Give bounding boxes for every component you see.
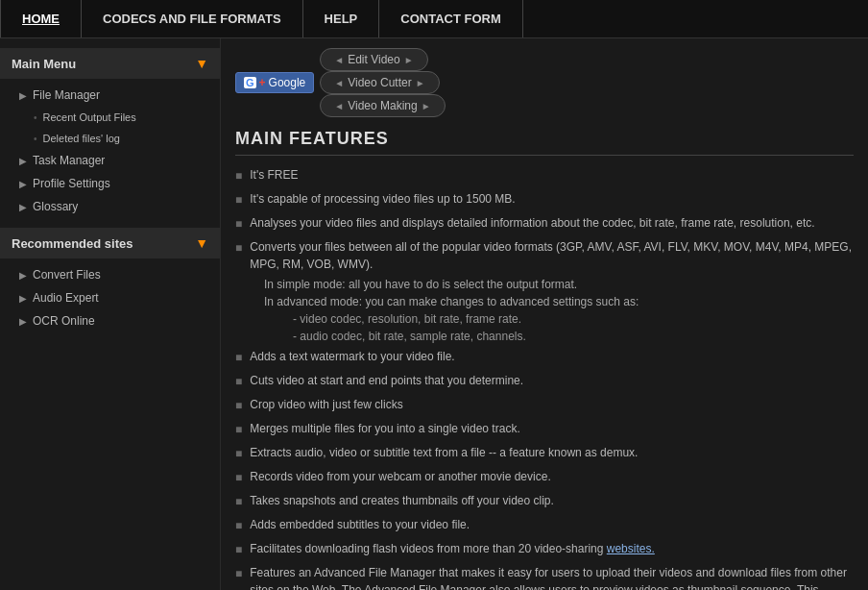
sidebar-divider bbox=[0, 218, 220, 228]
feature-bullet-icon: ■ bbox=[235, 493, 242, 510]
feature-text: It's FREE bbox=[250, 166, 298, 184]
feature-text: Analyses your video files and displays d… bbox=[250, 214, 814, 232]
features-list: ■It's FREE■It's capable of processing vi… bbox=[235, 163, 854, 590]
feature-bullet-icon: ■ bbox=[235, 397, 242, 414]
tab-edit-video[interactable]: ◄Edit Video► bbox=[320, 48, 427, 71]
recommended-item-label: Audio Expert bbox=[33, 291, 99, 305]
sidebar: Main Menu ▼ ▶File Manager•Recent Output … bbox=[0, 38, 221, 590]
tab-arrow-right-icon: ► bbox=[416, 78, 425, 88]
bullet-icon: ▶ bbox=[19, 156, 27, 166]
feature-bullet-icon: ■ bbox=[235, 167, 242, 184]
nav-item-codecs-and-file-formats[interactable]: CODECS AND FILE FORMATS bbox=[82, 0, 303, 37]
google-button[interactable]: G + Google bbox=[235, 72, 314, 93]
nav-item-contact-form[interactable]: CONTACT FORM bbox=[379, 0, 522, 37]
sidebar-item-glossary[interactable]: ▶Glossary bbox=[0, 195, 220, 218]
feature-indent-1-5: In advanced mode: you can make changes t… bbox=[235, 293, 854, 310]
feature-text: Converts your files between all of the p… bbox=[250, 238, 854, 273]
feature-text: It's capable of processing video files u… bbox=[250, 190, 515, 208]
recommended-arrow-icon: ▼ bbox=[195, 235, 208, 251]
feature-item-9: ■Cuts video at start and end points that… bbox=[235, 369, 854, 393]
recommended-sites-header[interactable]: Recommended sites ▼ bbox=[0, 228, 220, 258]
feature-text: Adds a text watermark to your video file… bbox=[250, 348, 454, 365]
bullet-icon: ▶ bbox=[19, 293, 27, 304]
feature-text: Merges multiple files for you into a sin… bbox=[250, 420, 519, 437]
sidebar-item-file-manager[interactable]: ▶File Manager bbox=[0, 84, 220, 107]
sidebar-item-deleted-files'-log[interactable]: •Deleted files' log bbox=[0, 128, 220, 149]
tab-arrow-right-icon: ► bbox=[422, 101, 431, 111]
feature-item-13: ■Records video from your webcam or anoth… bbox=[235, 465, 854, 489]
feature-item-1: ■It's capable of processing video files … bbox=[235, 187, 854, 211]
feature-item-11: ■Merges multiple files for you into a si… bbox=[235, 417, 854, 441]
main-title: MAIN FEATURES bbox=[235, 129, 854, 156]
feature-text: Adds embedded subtitles to your video fi… bbox=[250, 516, 470, 533]
tab-arrow-left-icon: ◄ bbox=[334, 78, 344, 88]
sidebar-item-label: Glossary bbox=[33, 200, 78, 213]
google-plus-icon: + bbox=[259, 76, 266, 89]
feature-bullet-icon: ■ bbox=[235, 445, 242, 462]
recommended-item-label: OCR Online bbox=[33, 314, 95, 328]
feature-bullet-icon: ■ bbox=[235, 191, 242, 209]
feature-item-12: ■Extracts audio, video or subtitle text … bbox=[235, 441, 854, 465]
feature-bullet-icon: ■ bbox=[235, 517, 242, 534]
main-menu-label: Main Menu bbox=[12, 57, 76, 71]
sidebar-item-label: Deleted files' log bbox=[43, 133, 120, 144]
feature-indent-1-4: In simple mode: all you have to do is se… bbox=[235, 276, 854, 293]
feature-bullet-icon: ■ bbox=[235, 541, 242, 558]
sidebar-item-label: Task Manager bbox=[33, 154, 105, 167]
feature-item-3: ■Converts your files between all of the … bbox=[235, 235, 854, 276]
feature-item-0: ■It's FREE bbox=[235, 163, 854, 187]
feature-text: Takes snapshots and creates thumbnails o… bbox=[250, 492, 554, 509]
tab-label: Edit Video bbox=[348, 53, 400, 66]
feature-indent-2-6: - video codec, resolution, bit rate, fra… bbox=[235, 310, 854, 328]
recommended-sites-label: Recommended sites bbox=[12, 236, 133, 251]
bullet-icon: • bbox=[34, 112, 37, 123]
tab-arrow-left-icon: ◄ bbox=[334, 55, 344, 65]
tab-arrow-left-icon: ◄ bbox=[334, 101, 344, 111]
feature-text: Crop video with just few clicks bbox=[250, 396, 402, 413]
recommended-item-convert-files[interactable]: ▶Convert Files bbox=[0, 263, 220, 286]
toolbar-row: G + Google ◄Edit Video►◄Video Cutter►◄Vi… bbox=[235, 48, 854, 117]
tab-arrow-right-icon: ► bbox=[404, 55, 414, 65]
sidebar-main-items: ▶File Manager•Recent Output Files•Delete… bbox=[0, 84, 220, 218]
feature-item-16: ■Facilitates downloading flash videos fr… bbox=[235, 537, 854, 561]
feature-bullet-icon: ■ bbox=[235, 349, 242, 366]
recommended-item-label: Convert Files bbox=[33, 268, 101, 282]
feature-bullet-icon: ■ bbox=[235, 421, 242, 438]
bullet-icon: ▶ bbox=[19, 270, 27, 281]
tab-label: Video Making bbox=[348, 99, 418, 112]
bullet-icon: ▶ bbox=[19, 202, 27, 212]
feature-bullet-icon: ■ bbox=[235, 373, 242, 390]
feature-bullet-icon: ■ bbox=[235, 215, 242, 233]
main-layout: Main Menu ▼ ▶File Manager•Recent Output … bbox=[0, 38, 868, 590]
bullet-icon: ▶ bbox=[19, 90, 27, 101]
feature-indent-2-7: - audio codec, bit rate, sample rate, ch… bbox=[235, 328, 854, 345]
feature-text: Features an Advanced File Manager that m… bbox=[250, 564, 854, 590]
feature-text: Extracts audio, video or subtitle text f… bbox=[250, 444, 638, 461]
feature-link[interactable]: websites. bbox=[607, 542, 655, 555]
sidebar-item-task-manager[interactable]: ▶Task Manager bbox=[0, 149, 220, 172]
feature-text: Facilitates downloading flash videos fro… bbox=[250, 540, 655, 557]
feature-text: Cuts video at start and end points that … bbox=[250, 372, 523, 389]
feature-item-15: ■Adds embedded subtitles to your video f… bbox=[235, 513, 854, 537]
nav-item-home[interactable]: HOME bbox=[0, 0, 82, 37]
feature-item-14: ■Takes snapshots and creates thumbnails … bbox=[235, 489, 854, 513]
tab-video-making[interactable]: ◄Video Making► bbox=[320, 94, 445, 117]
toolbar-tabs: ◄Edit Video►◄Video Cutter►◄Video Making► bbox=[320, 48, 445, 117]
feature-text: Records video from your webcam or anothe… bbox=[250, 468, 550, 485]
recommended-item-ocr-online[interactable]: ▶OCR Online bbox=[0, 309, 220, 332]
sidebar-item-profile-settings[interactable]: ▶Profile Settings bbox=[0, 172, 220, 195]
main-menu-header[interactable]: Main Menu ▼ bbox=[0, 48, 220, 79]
bullet-icon: • bbox=[34, 134, 37, 144]
google-g-icon: G bbox=[244, 77, 256, 88]
sidebar-item-recent-output-files[interactable]: •Recent Output Files bbox=[0, 107, 220, 128]
feature-item-10: ■Crop video with just few clicks bbox=[235, 393, 854, 417]
sidebar-recommended-items: ▶Convert Files▶Audio Expert▶OCR Online bbox=[0, 263, 220, 332]
recommended-item-audio-expert[interactable]: ▶Audio Expert bbox=[0, 286, 220, 309]
nav-item-help[interactable]: HELP bbox=[303, 0, 380, 37]
bullet-icon: ▶ bbox=[19, 316, 27, 327]
feature-bullet-icon: ■ bbox=[235, 565, 242, 582]
sidebar-item-label: Recent Output Files bbox=[43, 111, 136, 123]
sidebar-item-label: Profile Settings bbox=[33, 177, 110, 190]
tab-video-cutter[interactable]: ◄Video Cutter► bbox=[320, 71, 439, 94]
feature-bullet-icon: ■ bbox=[235, 469, 242, 486]
